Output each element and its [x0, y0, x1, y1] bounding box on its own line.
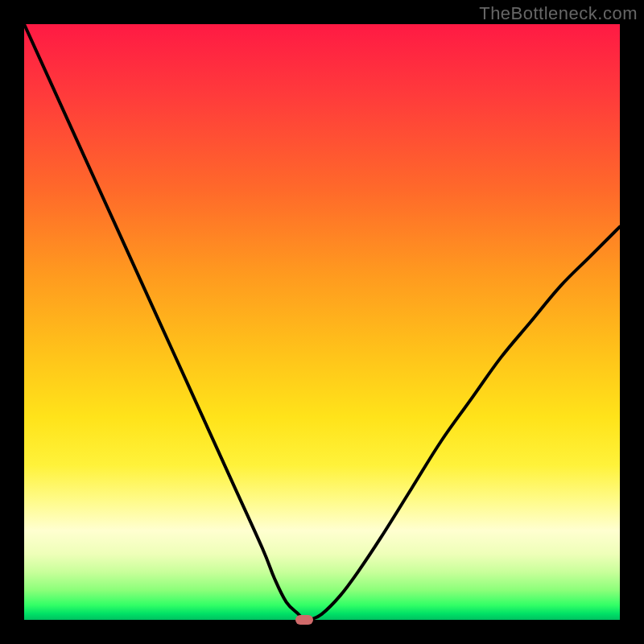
plot-area: [24, 24, 620, 620]
minimum-marker: [295, 615, 313, 625]
curve-svg: [24, 24, 620, 620]
chart-frame: TheBottleneck.com: [0, 0, 644, 644]
watermark-text: TheBottleneck.com: [479, 3, 638, 24]
bottleneck-curve-path: [24, 24, 620, 621]
